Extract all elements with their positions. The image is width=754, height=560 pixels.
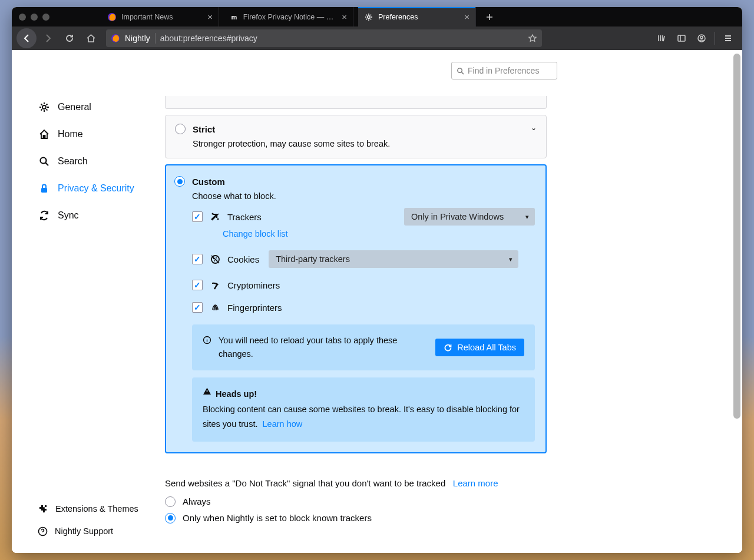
- protection-custom-card: Custom Choose what to block. Trackers On…: [165, 164, 547, 453]
- trackers-select[interactable]: Only in Private Windows: [404, 208, 535, 226]
- reload-button-label: Reload All Tabs: [457, 343, 516, 352]
- cookies-checkbox[interactable]: [192, 254, 203, 264]
- sidebar-toggle-button[interactable]: [672, 29, 691, 48]
- toolbar-separator: [715, 32, 715, 45]
- change-block-list-link[interactable]: Change block list: [223, 229, 535, 238]
- gear-icon: [364, 12, 373, 22]
- traffic-lights: [19, 14, 49, 21]
- svg-point-13: [217, 218, 219, 220]
- cryptominers-label: Cryptominers: [227, 280, 280, 290]
- dnt-always-radio[interactable]: [165, 496, 176, 507]
- navbar: Nightly about:preferences#privacy: [12, 26, 742, 50]
- reload-button[interactable]: [60, 29, 79, 48]
- dnt-learn-more-link[interactable]: Learn more: [453, 478, 498, 488]
- url-bar[interactable]: Nightly about:preferences#privacy: [106, 29, 542, 47]
- tab-label: Firefox Privacy Notice — Mozill: [243, 13, 337, 21]
- warn-title: Heads up!: [216, 389, 257, 399]
- preferences-sidebar: General Home Search Privacy & Security: [38, 94, 156, 229]
- svg-point-6: [458, 68, 462, 72]
- sidebar-item-support[interactable]: Nightly Support: [38, 520, 167, 542]
- custom-desc: Choose what to block.: [192, 191, 535, 201]
- fingerprinters-checkbox[interactable]: [192, 302, 203, 313]
- app-menu-button[interactable]: [719, 29, 738, 48]
- sidebar-item-label: General: [58, 102, 91, 112]
- custom-radio[interactable]: [174, 176, 185, 187]
- bookmark-star-icon[interactable]: [528, 34, 537, 43]
- protection-strict-card[interactable]: ⌄ Strict Stronger protection, may cause …: [165, 115, 547, 158]
- cookies-icon: [210, 254, 220, 264]
- preferences-search[interactable]: Find in Preferences: [451, 62, 557, 79]
- svg-rect-10: [41, 188, 47, 193]
- sidebar-item-label: Sync: [58, 210, 79, 221]
- urlbar-separator: [155, 33, 156, 44]
- dnt-always-label: Always: [183, 496, 211, 506]
- fingerprinters-label: Fingerprinters: [227, 303, 282, 313]
- close-tab-icon[interactable]: ×: [342, 12, 347, 22]
- close-tab-icon[interactable]: ×: [207, 12, 213, 22]
- dnt-only-radio[interactable]: [165, 513, 176, 523]
- firefox-favicon-icon: [107, 12, 117, 22]
- search-icon: [38, 155, 51, 168]
- cookies-label: Cookies: [227, 254, 259, 264]
- forward-button[interactable]: [39, 29, 58, 48]
- tab-important-news[interactable]: Important News ×: [101, 7, 219, 26]
- sidebar-item-label: Search: [58, 156, 88, 167]
- sidebar-item-search[interactable]: Search: [38, 148, 156, 175]
- titlebar: Important News × m Firefox Privacy Notic…: [12, 7, 742, 26]
- trackers-select-value: Only in Private Windows: [411, 212, 504, 221]
- close-tab-icon[interactable]: ×: [464, 12, 469, 22]
- sidebar-item-privacy[interactable]: Privacy & Security: [38, 175, 156, 202]
- svg-point-12: [211, 213, 213, 214]
- home-button[interactable]: [81, 29, 100, 48]
- trackers-label: Trackers: [227, 212, 262, 222]
- puzzle-icon: [38, 503, 48, 514]
- sidebar-item-sync[interactable]: Sync: [38, 202, 156, 229]
- urlbar-url: about:preferences#privacy: [160, 34, 257, 43]
- strict-title: Strict: [193, 124, 215, 134]
- sidebar-item-extensions[interactable]: Extensions & Themes: [38, 498, 167, 520]
- sidebar-item-home[interactable]: Home: [38, 121, 156, 148]
- urlbar-brand: Nightly: [125, 34, 150, 43]
- reload-info-panel: You will need to reload your tabs to app…: [192, 324, 535, 370]
- search-icon: [457, 67, 464, 75]
- strict-desc: Stronger protection, may cause some site…: [193, 139, 535, 148]
- reload-all-tabs-button[interactable]: Reload All Tabs: [435, 339, 524, 356]
- sidebar-item-general[interactable]: General: [38, 94, 156, 121]
- learn-how-link[interactable]: Learn how: [263, 419, 303, 429]
- zoom-window-button[interactable]: [42, 14, 49, 21]
- chevron-down-icon[interactable]: ⌄: [531, 124, 537, 132]
- sync-icon: [38, 209, 51, 222]
- reload-info-text: You will need to reload your tabs to app…: [219, 334, 428, 361]
- warning-icon: [203, 387, 213, 396]
- info-icon: [203, 336, 211, 344]
- tab-preferences[interactable]: Preferences ×: [358, 7, 476, 26]
- minimize-window-button[interactable]: [31, 14, 38, 21]
- tab-privacy-notice[interactable]: m Firefox Privacy Notice — Mozill ×: [224, 7, 353, 26]
- svg-point-5: [700, 37, 703, 39]
- back-button[interactable]: [16, 28, 37, 48]
- sidebar-item-label: Home: [58, 129, 83, 140]
- svg-rect-8: [44, 135, 45, 138]
- cryptominers-icon: [210, 280, 220, 290]
- cryptominers-checkbox[interactable]: [192, 280, 203, 290]
- window-frame: Important News × m Firefox Privacy Notic…: [12, 7, 742, 553]
- toolbar-right: [652, 29, 738, 48]
- new-tab-button[interactable]: [481, 13, 498, 21]
- scrollbar-thumb[interactable]: [733, 54, 740, 419]
- strict-radio[interactable]: [175, 124, 186, 134]
- tab-label: Important News: [121, 13, 173, 21]
- custom-title: Custom: [192, 177, 225, 187]
- dnt-text: Send websites a "Do Not Track" signal th…: [165, 478, 445, 488]
- library-button[interactable]: [652, 29, 671, 48]
- account-button[interactable]: [692, 29, 711, 48]
- sidebar-item-label: Privacy & Security: [58, 183, 134, 194]
- close-window-button[interactable]: [19, 14, 26, 21]
- svg-rect-3: [678, 35, 685, 41]
- trackers-checkbox[interactable]: [192, 211, 203, 222]
- firefox-identity-icon: [111, 34, 120, 43]
- protection-standard-card[interactable]: [165, 96, 547, 109]
- svg-point-18: [214, 260, 215, 261]
- svg-point-7: [42, 105, 46, 109]
- cookies-select[interactable]: Third-party trackers: [269, 250, 518, 268]
- warn-text: Blocking content can cause some websites…: [203, 405, 520, 429]
